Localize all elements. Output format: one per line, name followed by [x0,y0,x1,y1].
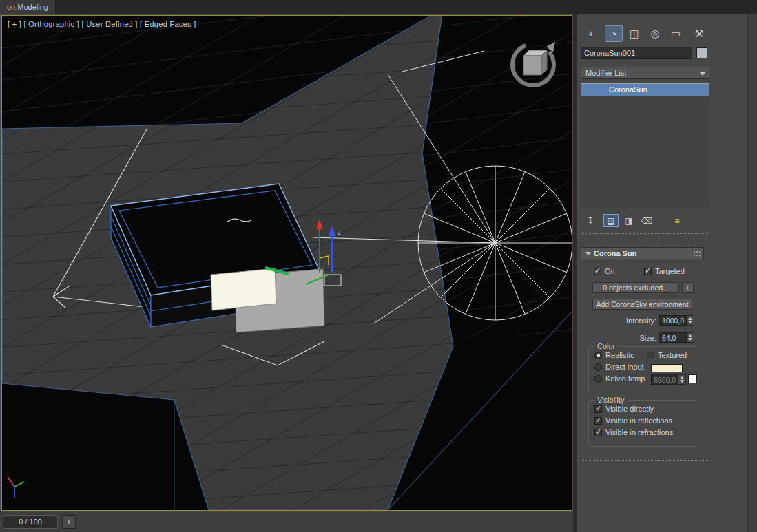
spinner-down-icon[interactable] [688,321,692,323]
textured-checkbox[interactable] [647,352,654,359]
intensity-input[interactable]: 1000,0 [659,315,687,326]
visible-directly-label: Visible directly [605,405,654,413]
on-checkbox-label: On [605,267,615,275]
rollout-collapse-icon [585,252,591,255]
rollout-grip-icon [694,251,701,256]
panel-splitter[interactable] [581,233,709,234]
spinner-up-icon[interactable] [680,376,684,379]
visible-in-reflections-label: Visible in reflections [605,416,672,425]
hierarchy-tab-icon[interactable]: ◫ [625,25,643,42]
remove-modifier-icon[interactable]: ⌫ [639,214,654,227]
visible-directly-checkbox[interactable] [594,405,602,413]
light-plane-white[interactable] [211,268,276,310]
command-panel: + ◔ ◫ ◎ ▭ ⚒ Modifier List CoronaSun ↧ ▤ … [577,14,757,532]
create-tab-icon[interactable]: + [582,25,600,42]
motion-tab-icon[interactable]: ◎ [646,25,664,42]
add-exclusion-button[interactable]: + [682,282,694,293]
rollout-title: Corona Sun [594,248,636,259]
visibility-group-title: Visibility [594,396,628,404]
corona-sun-rollout-header[interactable]: Corona Sun [581,247,704,259]
modifier-stack-list[interactable]: CoronaSun [581,83,709,209]
color-group-title: Color [594,342,618,350]
textured-checkbox-label: Textured [658,351,687,359]
viewport-label[interactable]: [ + ] [ Orthographic ] [ User Defined ] … [8,20,196,28]
modify-tab-icon[interactable]: ◔ [605,25,623,42]
realistic-radio-label: Realistic [605,351,634,359]
direct-input-color-swatch[interactable] [651,364,683,372]
display-tab-icon[interactable]: ▭ [667,25,685,42]
modifier-list-label: Modifier List [585,69,626,77]
visible-in-refractions-checkbox[interactable] [594,429,602,436]
realistic-radio[interactable] [594,352,602,359]
timeline-bar: 0 / 100 › [0,512,573,532]
modifier-stack-item[interactable]: CoronaSun [581,84,709,96]
size-spinner[interactable] [687,332,694,343]
next-frame-button[interactable]: › [62,515,76,529]
3dsmax-window: on Modeling [0,0,757,532]
intensity-spinner[interactable] [687,315,694,326]
object-name-input[interactable] [581,47,692,59]
kelvin-temp-radio[interactable] [594,375,602,383]
visible-in-refractions-label: Visible in refractions [605,428,673,436]
chevron-down-icon [700,72,705,76]
size-input[interactable]: 64,0 [659,332,687,343]
modifier-list-dropdown[interactable]: Modifier List [581,67,709,79]
show-end-result-icon[interactable]: ▤ [603,214,619,227]
objects-excluded-button[interactable]: 0 objects excluded... [592,282,679,293]
targeted-checkbox[interactable] [644,268,652,275]
panel-splitter[interactable] [581,460,709,461]
frame-counter[interactable]: 0 / 100 [3,515,58,529]
kelvin-color-swatch[interactable] [688,374,697,383]
viewport-canvas[interactable]: z [2,16,572,510]
viewport[interactable]: z [ + ] [ Orthographic ] [ User Defined … [1,15,572,511]
spinner-down-icon[interactable] [680,380,684,383]
ribbon-tab-modeling[interactable]: on Modeling [0,0,56,14]
kelvin-temp-radio-label: Kelvin temp [605,374,645,383]
visible-in-reflections-checkbox[interactable] [594,417,602,425]
direct-input-radio-label: Direct input [605,363,644,371]
kelvin-temp-input[interactable]: 6500,0 [651,374,678,385]
on-checkbox[interactable] [594,268,601,275]
size-label: Size: [577,334,656,342]
spinner-down-icon[interactable] [688,338,692,341]
axis-z-label: z [338,228,342,236]
make-unique-icon[interactable]: ◨ [621,214,636,227]
add-coronasky-button[interactable]: Add CoronaSky environment [592,299,692,310]
direct-input-radio[interactable] [594,363,602,371]
pin-stack-icon[interactable]: ↧ [583,214,598,227]
top-menu-bar: on Modeling [0,0,757,14]
intensity-label: Intensity: [577,317,656,325]
configure-modifier-sets-icon[interactable]: ≡ [670,214,685,227]
spinner-up-icon[interactable] [688,317,692,320]
kelvin-spinner[interactable] [678,374,686,385]
visibility-group: Visibility Visible directly Visible in r… [588,400,698,447]
targeted-checkbox-label: Targeted [655,267,685,275]
panel-splitter[interactable] [581,242,709,242]
spinner-up-icon[interactable] [688,334,692,337]
utilities-tab-icon[interactable]: ⚒ [690,25,708,42]
panel-scroll-strip[interactable] [747,14,757,532]
color-group: Color Realistic Textured Direct input Ke… [588,346,698,394]
object-color-swatch[interactable] [696,47,707,58]
